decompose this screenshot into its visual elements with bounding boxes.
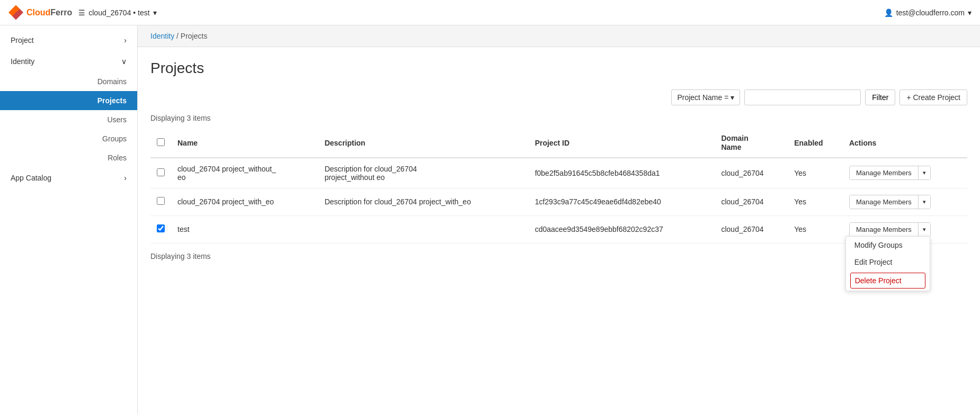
sidebar-subitem-groups-label: Groups — [102, 134, 127, 143]
row3-manage-members-btn[interactable]: Manage Members — [850, 223, 918, 236]
sidebar-subitem-domains[interactable]: Domains — [0, 72, 137, 91]
row1-action-btn-group: Manage Members ▾ — [849, 166, 931, 180]
row3-name: test — [171, 215, 318, 243]
logo-ferro: Ferro — [50, 8, 72, 17]
sidebar-subitem-roles[interactable]: Roles — [0, 148, 137, 167]
row2-action-dropdown-btn[interactable]: ▾ — [918, 195, 930, 209]
logo-cloud: Cloud — [26, 8, 50, 17]
sidebar-subitem-roles-label: Roles — [108, 154, 127, 162]
table-row: cloud_26704 project_with_eo Description … — [150, 188, 967, 215]
project-selector[interactable]: ☰ cloud_26704 • test ▾ — [78, 8, 156, 17]
row3-enabled: Yes — [788, 215, 843, 243]
filter-button[interactable]: Filter — [865, 89, 895, 105]
dropdown-edit-project[interactable]: Edit Project — [846, 254, 930, 271]
select-all-checkbox[interactable] — [157, 138, 165, 146]
user-menu[interactable]: 👤 test@cloudferro.com ▾ — [884, 8, 972, 17]
filter-input[interactable] — [744, 89, 861, 105]
row1-checkbox-cell — [150, 158, 171, 188]
topbar: CloudFerro ☰ cloud_26704 • test ▾ 👤 test… — [0, 0, 980, 25]
sidebar-item-identity-label: Identity — [11, 57, 34, 66]
breadcrumb-current: Projects — [181, 32, 208, 40]
chevron-down-icon: ∨ — [121, 57, 127, 66]
page-title: Projects — [150, 60, 967, 77]
th-enabled: Enabled — [788, 129, 843, 158]
sidebar-subitem-projects[interactable]: Projects — [0, 91, 137, 110]
displaying-count-top: Displaying 3 items — [150, 114, 967, 122]
filter-select-label: Project Name = — [677, 93, 728, 102]
row1-checkbox[interactable] — [157, 168, 165, 176]
row3-actions: Manage Members ▾ Modify Groups Edit Proj… — [843, 215, 967, 243]
row3-description — [318, 215, 529, 243]
sidebar-item-project[interactable]: Project › — [0, 30, 137, 51]
row1-enabled: Yes — [788, 158, 843, 188]
sidebar-item-project-label: Project — [11, 36, 34, 44]
row2-action-btn-group: Manage Members ▾ — [849, 195, 931, 209]
th-domain-name: DomainName — [715, 129, 788, 158]
th-project-id: Project ID — [529, 129, 715, 158]
th-actions: Actions — [843, 129, 967, 158]
sidebar-subitem-domains-label: Domains — [97, 77, 127, 86]
sidebar-subitem-users-label: Users — [107, 115, 127, 124]
row1-description: Description for cloud_26704project_witho… — [318, 158, 529, 188]
row2-name: cloud_26704 project_with_eo — [171, 188, 318, 215]
table-row: cloud_26704 project_without_eo Descripti… — [150, 158, 967, 188]
logo-text: CloudFerro — [26, 8, 72, 17]
sidebar-item-identity[interactable]: Identity ∨ — [0, 51, 137, 72]
logo-icon — [8, 5, 23, 20]
th-checkbox — [150, 129, 171, 158]
row1-manage-members-btn[interactable]: Manage Members — [850, 166, 918, 179]
th-description: Description — [318, 129, 529, 158]
chevron-right-icon: › — [124, 36, 127, 44]
row3-dropdown-menu: Modify Groups Edit Project Delete Projec… — [845, 236, 930, 291]
breadcrumb-separator: / — [176, 32, 181, 40]
dropdown-delete-project[interactable]: Delete Project — [850, 273, 925, 289]
breadcrumb: Identity / Projects — [138, 25, 980, 47]
row2-manage-members-btn[interactable]: Manage Members — [850, 195, 918, 209]
filter-bar: Project Name = ▾ Filter + Create Project — [150, 89, 967, 105]
row1-action-dropdown-btn[interactable]: ▾ — [918, 166, 930, 179]
row3-action-btn-group: Manage Members ▾ Modify Groups Edit Proj… — [849, 222, 931, 237]
sidebar-subitem-users[interactable]: Users — [0, 110, 137, 129]
displaying-count-bottom: Displaying 3 items — [150, 252, 967, 260]
filter-select[interactable]: Project Name = ▾ — [671, 89, 740, 105]
row2-domain-name: cloud_26704 — [715, 188, 788, 215]
project-label: cloud_26704 • test — [88, 8, 149, 17]
project-icon: ☰ — [78, 8, 85, 17]
row2-enabled: Yes — [788, 188, 843, 215]
sidebar-item-app-catalog[interactable]: App Catalog › — [0, 167, 137, 188]
row1-project-id: f0be2f5ab91645c5b8cfeb4684358da1 — [529, 158, 715, 188]
th-name: Name — [171, 129, 318, 158]
row3-action-dropdown-btn[interactable]: ▾ — [918, 223, 930, 236]
user-dropdown-icon: ▾ — [968, 8, 972, 17]
chevron-right-icon-appcatalog: › — [124, 174, 127, 182]
project-dropdown-icon: ▾ — [153, 8, 157, 17]
logo: CloudFerro — [8, 5, 72, 20]
row2-checkbox-cell — [150, 188, 171, 215]
layout: Project › Identity ∨ Domains Projects Us… — [0, 25, 980, 414]
row2-actions: Manage Members ▾ — [843, 188, 967, 215]
breadcrumb-parent[interactable]: Identity — [150, 32, 174, 40]
row3-domain-name: cloud_26704 — [715, 215, 788, 243]
row3-checkbox-cell — [150, 215, 171, 243]
sidebar-subitem-projects-label: Projects — [97, 96, 127, 105]
row1-domain-name: cloud_26704 — [715, 158, 788, 188]
row2-description: Description for cloud_26704 project_with… — [318, 188, 529, 215]
row1-actions: Manage Members ▾ — [843, 158, 967, 188]
page-content: Projects Project Name = ▾ Filter + Creat… — [138, 47, 980, 280]
dropdown-modify-groups[interactable]: Modify Groups — [846, 237, 930, 254]
row1-name: cloud_26704 project_without_eo — [171, 158, 318, 188]
projects-table: Name Description Project ID DomainName E… — [150, 129, 967, 244]
row3-checkbox[interactable] — [157, 224, 165, 232]
table-row: test cd0aacee9d3549e89ebbf68202c92c37 cl… — [150, 215, 967, 243]
sidebar: Project › Identity ∨ Domains Projects Us… — [0, 25, 138, 414]
sidebar-subitem-groups[interactable]: Groups — [0, 129, 137, 148]
sidebar-item-app-catalog-label: App Catalog — [11, 174, 51, 182]
main-content: Identity / Projects Projects Project Nam… — [138, 25, 980, 414]
row3-project-id: cd0aacee9d3549e89ebbf68202c92c37 — [529, 215, 715, 243]
topbar-left: CloudFerro ☰ cloud_26704 • test ▾ — [8, 5, 157, 20]
row2-checkbox[interactable] — [157, 197, 165, 205]
create-project-button[interactable]: + Create Project — [899, 89, 967, 105]
row2-project-id: 1cf293c9a77c45c49eae6df4d82ebe40 — [529, 188, 715, 215]
filter-select-dropdown-icon: ▾ — [730, 93, 734, 102]
user-icon: 👤 — [884, 8, 893, 17]
